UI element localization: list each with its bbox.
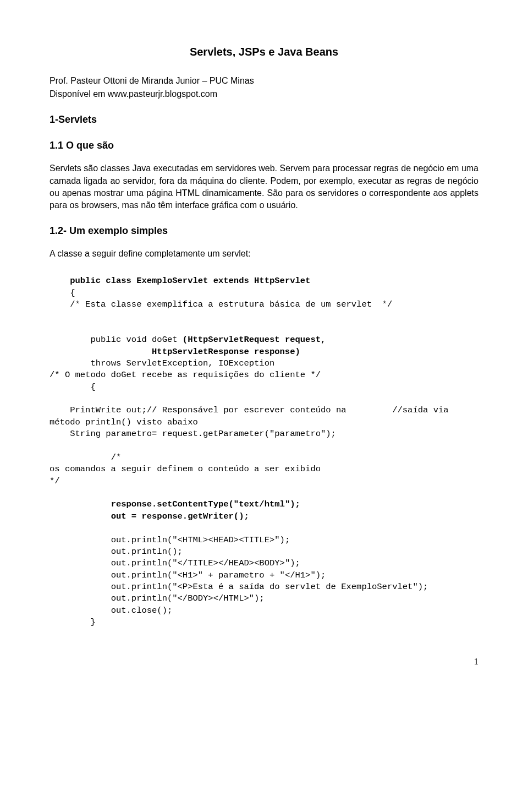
code-line: String parametro= request.getParameter("… — [50, 429, 336, 439]
code-line: { — [50, 382, 96, 392]
heading-o-que-sao: 1.1 O que são — [50, 139, 479, 152]
code-line: out.println("</TITLE></HEAD><BODY>"); — [50, 558, 300, 568]
code-line: out.close(); — [50, 606, 172, 615]
code-line: public void doGet — [50, 335, 183, 345]
author-line: Prof. Pasteur Ottoni de Miranda Junior –… — [50, 75, 479, 87]
code-line: /* O metodo doGet recebe as requisições … — [50, 370, 321, 380]
code-line: out.println("<H1>" + parametro + "</H1>"… — [50, 570, 326, 580]
availability-line: Disponível em www.pasteurjr.blogspot.com — [50, 88, 479, 100]
code-line: { — [50, 288, 75, 298]
code-line: /* — [50, 453, 121, 462]
heading-servlets: 1-Servlets — [50, 113, 479, 127]
code-block: public class ExemploServlet extends Http… — [50, 275, 479, 628]
code-line: os comandos a seguir definem o conteúdo … — [50, 464, 321, 474]
code-line: response.setContentType("text/html"); — [50, 499, 300, 509]
code-line: PrintWrite out;// Responsável por escrev… — [50, 405, 454, 427]
code-line: */ — [50, 476, 60, 486]
code-line: out.println(); — [50, 547, 183, 557]
code-line: out = response.getWriter(); — [50, 511, 249, 521]
code-line: HttpServletResponse response) — [50, 347, 300, 357]
page-title: Servlets, JSPs e Java Beans — [50, 44, 479, 59]
code-line: out.println("<HTML><HEAD><TITLE>"); — [50, 535, 290, 545]
heading-exemplo-simples: 1.2- Um exemplo simples — [50, 224, 479, 238]
code-line: out.println("</BODY></HTML>"); — [50, 593, 265, 603]
intro-exemplo: A classe a seguir define completamente u… — [50, 248, 479, 260]
code-line: } — [50, 617, 96, 627]
code-line: public class ExemploServlet extends Http… — [50, 276, 310, 286]
code-line: /* Esta classe exemplifica a estrutura b… — [50, 299, 392, 309]
paragraph-o-que-sao: Servlets são classes Java executadas em … — [50, 162, 479, 212]
code-line: (HttpServletRequest request, — [183, 335, 326, 345]
code-line: out.println("<P>Esta é a saída do servle… — [50, 582, 428, 592]
page-number: 1 — [50, 655, 479, 668]
code-line: throws ServletException, IOException — [50, 358, 274, 368]
